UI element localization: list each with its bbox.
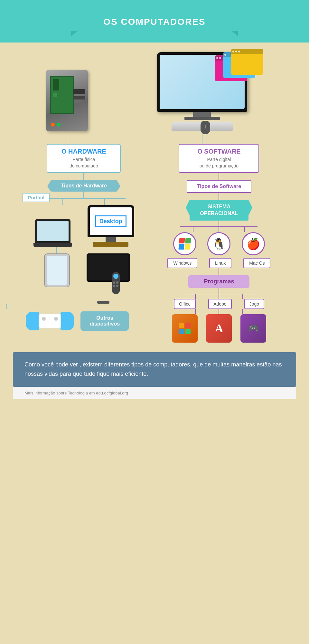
desktop-label: Desktop bbox=[95, 215, 126, 227]
tablet-illustration bbox=[44, 253, 70, 287]
linux-label: Linux bbox=[209, 258, 231, 268]
hardware-desc2: do computado bbox=[70, 163, 98, 168]
windows-os bbox=[173, 232, 196, 255]
macos-label: Mac Os bbox=[243, 258, 270, 268]
bottom-info: Como você pode ver , existem diferentes … bbox=[13, 352, 296, 387]
footer-text: Mais informação sobre Tecnologia em edu.… bbox=[24, 391, 285, 395]
os-circles-row: 🐧 🍎 bbox=[167, 232, 270, 255]
software-desc2: ou de programação bbox=[200, 163, 239, 168]
adobe-icon: A bbox=[206, 314, 232, 343]
macos-os: 🍎 bbox=[242, 232, 265, 255]
laptop-illustration bbox=[33, 219, 72, 247]
hardware-column: O HARDWARE Parte física do computado Tip… bbox=[19, 144, 148, 343]
main-content: O HARDWARE Parte física do computado Tip… bbox=[0, 43, 309, 409]
software-title: O SOFTWARE bbox=[189, 148, 249, 155]
tipos-hardware-ribbon: Tipos de Hardware bbox=[51, 180, 117, 192]
linux-icon: 🐧 bbox=[212, 237, 226, 250]
program-boxes-row: Office Adobe Jogo bbox=[167, 299, 270, 309]
sistema-operacional-ribbon: SISTEMAOPERACIONAL bbox=[190, 200, 248, 221]
computer-tower-illustration bbox=[46, 70, 88, 144]
two-column-section: O HARDWARE Parte física do computado Tip… bbox=[13, 144, 296, 343]
programs-section: Office Adobe Jogo bbox=[167, 294, 270, 343]
software-box: O SOFTWARE Parte digital ou de programaç… bbox=[179, 144, 259, 173]
infographic: OS COMPUTADORES bbox=[0, 0, 309, 409]
software-desc1: Parte digital bbox=[207, 157, 231, 162]
tipos-software-ribbon: Tipos de Software bbox=[187, 180, 252, 193]
footer: Mais informação sobre Tecnologia em edu.… bbox=[13, 387, 296, 399]
gamepad-hands bbox=[26, 309, 74, 333]
header-banner: OS COMPUTADORES bbox=[0, 0, 309, 43]
windows-label: Windows bbox=[167, 258, 197, 268]
office-icon bbox=[172, 314, 198, 343]
hardware-box: O HARDWARE Parte física do computado bbox=[47, 144, 121, 173]
os-section: 🐧 🍎 Windows Linux bbox=[167, 226, 270, 268]
programas-box: Programas bbox=[188, 275, 249, 288]
outros-dispositivos-box: Outros dispositivos bbox=[80, 311, 129, 331]
linux-os: 🐧 bbox=[207, 232, 230, 255]
tv-illustration bbox=[87, 253, 130, 304]
office-box: Office bbox=[174, 299, 196, 309]
jogo-box: Jogo bbox=[244, 299, 264, 309]
software-column: O SOFTWARE Parte digital ou de programaç… bbox=[148, 144, 290, 343]
game-icon: 🎮 bbox=[240, 314, 266, 343]
app-icons-row: A 🎮 bbox=[167, 314, 270, 343]
hardware-title: O HARDWARE bbox=[57, 148, 110, 155]
monitor-section bbox=[141, 52, 263, 144]
top-images-row bbox=[13, 43, 296, 144]
floating-windows bbox=[212, 49, 263, 84]
adobe-box: Adobe bbox=[208, 299, 231, 309]
portátil-label: Portátil bbox=[23, 193, 50, 202]
page-title: OS COMPUTADORES bbox=[103, 17, 205, 27]
hardware-branch: Portátil bbox=[23, 198, 145, 333]
apple-icon: 🍎 bbox=[247, 237, 260, 250]
programas-label: Programas bbox=[204, 278, 234, 285]
hardware-devices-row1: Desktop bbox=[26, 205, 142, 247]
os-names-row: Windows Linux Mac Os bbox=[167, 258, 270, 268]
hardware-devices-row2 bbox=[26, 253, 142, 304]
desktop-illustration: Desktop bbox=[88, 205, 134, 247]
hardware-desc1: Parte física bbox=[72, 157, 95, 162]
outros-section: Outros dispositivos bbox=[26, 309, 129, 333]
bottom-info-text: Como você pode ver , existem diferentes … bbox=[24, 360, 285, 379]
